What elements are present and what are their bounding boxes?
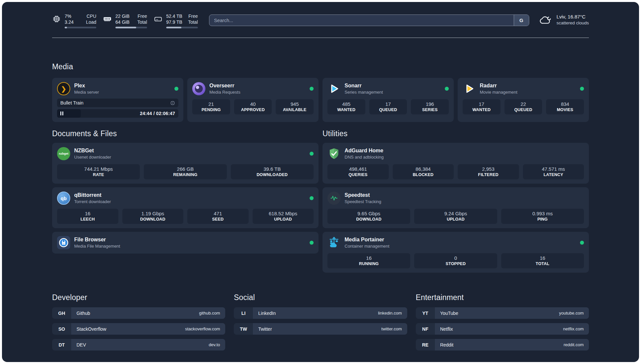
stat-box: 266 GB REMAINING xyxy=(144,164,227,179)
bookmark-abbr: LI xyxy=(234,307,253,319)
header-divider xyxy=(52,38,589,38)
stat-box: 16 TOTAL xyxy=(501,253,584,268)
section-title-entertainment: Entertainment xyxy=(416,293,589,302)
app-card-adguard[interactable]: AdGuard Home DNS and adblocking 498,461 … xyxy=(322,143,589,184)
now-playing-title: Bullet Train xyxy=(60,100,83,106)
bookmark-name: Netflix xyxy=(440,326,453,332)
app-name: Media Portainer xyxy=(345,237,576,243)
app-subtitle: Torrent downloader xyxy=(74,199,306,204)
bookmark-reddit[interactable]: RE Reddit reddit.com xyxy=(416,339,589,350)
app-card-plex[interactable]: ❯ Plex Media server Bullet Train xyxy=(52,78,183,122)
speedtest-icon xyxy=(329,194,339,203)
app-name: Sonarr xyxy=(345,83,441,89)
app-card-qbittorrent[interactable]: qb qBittorrent Torrent downloader 16 LEE… xyxy=(52,187,319,228)
bookmark-linkedin[interactable]: LI LinkedIn linkedin.com xyxy=(234,307,407,319)
video-icon xyxy=(170,101,175,106)
cpu-progress-fill xyxy=(65,27,67,28)
stat-box: 485 WANTED xyxy=(327,99,365,114)
portainer-icon xyxy=(327,236,341,249)
bookmark-abbr: RE xyxy=(416,339,435,350)
app-card-portainer[interactable]: Media Portainer Container management 16 … xyxy=(322,232,589,273)
bookmark-url: reddit.com xyxy=(564,342,584,347)
pause-icon[interactable] xyxy=(60,111,63,115)
status-dot xyxy=(580,241,584,245)
bookmark-name: Github xyxy=(76,311,90,316)
stat-box: 47.571 ms LATENCY xyxy=(523,164,584,179)
stat-box: 9.65 Gbps DOWNLOAD xyxy=(327,209,410,224)
bookmark-url: github.com xyxy=(199,311,220,316)
bookmark-netflix[interactable]: NF Netflix netflix.com xyxy=(416,323,589,335)
bookmark-url: dev.to xyxy=(209,342,220,347)
now-playing-time: 24:44 / 02:06:47 xyxy=(140,111,175,116)
app-subtitle: Media File Management xyxy=(74,244,306,249)
bookmark-group-developer: Developer GH Github github.com SO StackO… xyxy=(52,293,225,350)
stat-box: 0.993 ms PING xyxy=(501,209,584,224)
app-card-filebrowser[interactable]: File Browser Media File Management xyxy=(52,232,319,254)
status-dot xyxy=(580,87,584,91)
bookmark-name: LinkedIn xyxy=(258,311,276,316)
bookmark-abbr: TW xyxy=(234,323,253,335)
app-card-nzbget[interactable]: nzbget NZBGet Usenet downloader 744.21 M… xyxy=(52,143,319,184)
bookmark-stackoverflow[interactable]: SO StackOverflow stackoverflow.com xyxy=(52,323,225,335)
bookmark-url: twitter.com xyxy=(382,326,402,331)
app-name: NZBGet xyxy=(74,148,306,154)
bookmark-youtube[interactable]: YT YouTube youtube.com xyxy=(416,307,589,319)
weather-location-temp: Lviv, 16.87°C xyxy=(557,14,589,19)
stat-box: 1.19 Gbps DOWNLOAD xyxy=(122,209,184,224)
stat-box: 498,461 QUERIES xyxy=(327,164,389,179)
stat-box: 834 MOVIES xyxy=(546,99,584,114)
status-dot xyxy=(310,241,314,245)
cpu-stat-widget: 7% 3.24 CPU Load xyxy=(52,13,96,28)
search-engine-button[interactable]: G xyxy=(514,15,529,26)
qbittorrent-icon: qb xyxy=(57,192,70,205)
app-card-sonarr[interactable]: Sonarr Series management 485 WANTED 17 Q… xyxy=(322,78,454,122)
cpu-labels: CPU Load xyxy=(86,13,96,25)
section-title-utilities: Utilities xyxy=(322,129,589,138)
bookmark-abbr: YT xyxy=(416,307,435,319)
app-subtitle: Usenet downloader xyxy=(74,155,306,160)
stat-box: 2,953 FILTERED xyxy=(458,164,519,179)
now-playing-title-row: Bullet Train xyxy=(57,99,178,107)
bookmark-twitter[interactable]: TW Twitter twitter.com xyxy=(234,323,407,335)
stat-box: 9.24 Gbps UPLOAD xyxy=(414,209,497,224)
bookmark-github[interactable]: GH Github github.com xyxy=(52,307,225,319)
bookmark-url: linkedin.com xyxy=(378,311,402,316)
bookmark-name: StackOverflow xyxy=(76,326,106,332)
filebrowser-icon xyxy=(57,236,70,249)
app-name: File Browser xyxy=(74,237,306,243)
search-input[interactable] xyxy=(209,15,529,26)
app-subtitle: Media Requests xyxy=(209,90,306,95)
bookmark-name: DEV xyxy=(76,342,86,348)
top-bar: 7% 3.24 CPU Load xyxy=(52,2,589,28)
storage-values: 52.4 TB 97.9 TB xyxy=(166,13,182,25)
stat-box: 86,384 BLOCKED xyxy=(393,164,454,179)
app-subtitle: Container management xyxy=(345,244,576,249)
now-playing-progress[interactable]: 24:44 / 02:06:47 xyxy=(57,109,178,118)
app-card-radarr[interactable]: Radarr Movie management 17 WANTED 22 QUE… xyxy=(458,78,589,122)
bookmark-group-entertainment: Entertainment YT YouTube youtube.com NF … xyxy=(416,293,589,350)
disk-icon xyxy=(154,15,163,23)
section-title-social: Social xyxy=(234,293,407,302)
memory-labels: Free Total xyxy=(137,13,147,25)
stat-box: 744.21 Mbps RATE xyxy=(57,164,140,179)
sonarr-icon xyxy=(327,82,341,95)
status-dot xyxy=(310,152,314,156)
memory-progress-fill xyxy=(115,27,136,28)
bookmark-abbr: GH xyxy=(52,307,71,319)
stat-box: 945 AVAILABLE xyxy=(276,99,314,114)
bookmark-abbr: SO xyxy=(52,323,71,335)
app-card-overseerr[interactable]: Overseerr Media Requests 21 PENDING 40 A… xyxy=(187,78,319,122)
stat-box: 39.6 TB DOWNLOADED xyxy=(231,164,314,179)
bookmark-abbr: DT xyxy=(52,339,71,350)
app-card-speedtest[interactable]: Speedtest Speedtest Tracking 9.65 Gbps D… xyxy=(322,187,589,228)
nzbget-icon: nzbget xyxy=(57,147,70,160)
bookmark-dev[interactable]: DT DEV dev.to xyxy=(52,339,225,350)
memory-values: 22 GiB 64 GiB xyxy=(115,13,130,25)
radarr-icon xyxy=(463,82,476,95)
weather-widget: Lviv, 16.87°C scattered clouds xyxy=(539,14,589,25)
bookmark-name: YouTube xyxy=(440,311,458,316)
app-name: Overseerr xyxy=(209,83,306,89)
overseerr-icon xyxy=(192,82,205,95)
bookmark-url: youtube.com xyxy=(559,311,584,316)
stat-box: 0 STOPPED xyxy=(414,253,497,268)
